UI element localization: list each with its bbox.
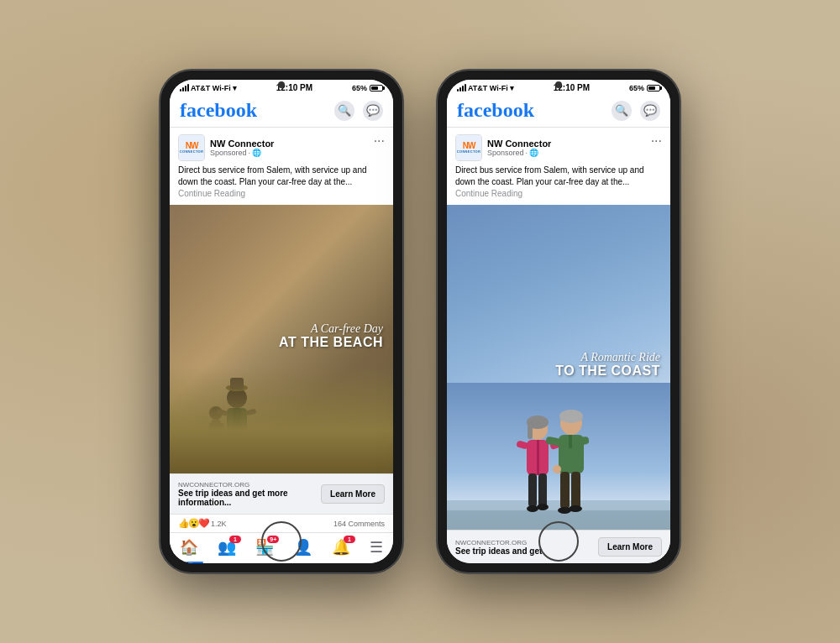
nw-connector-avatar-2: NW CONNECTOR (455, 134, 482, 161)
ad-script-title-2: A Romantic Ride (555, 351, 660, 363)
home-icon: 🏠 (180, 538, 198, 557)
learn-more-button-2[interactable]: Learn More (598, 537, 662, 557)
wifi-icon: ▾ (233, 84, 237, 92)
reactions-count: 1.2K (211, 520, 227, 528)
status-bar-1: AT&T Wi-Fi ▾ 12:10 PM 65% (170, 80, 393, 94)
reactions-left: 👍 😮 ❤️ 1.2K (178, 518, 227, 529)
svg-rect-22 (447, 510, 670, 530)
feed-2: NW CONNECTOR NW Connector Sponsored · 🌐 (447, 128, 670, 563)
active-indicator (175, 562, 203, 563)
battery-percent-2: 65% (629, 84, 644, 92)
more-options-icon[interactable]: ··· (374, 134, 385, 148)
svg-point-36 (559, 410, 583, 423)
account-name-2: NW Connector (487, 139, 551, 149)
ad-card-left: NWCONNECTOR.ORG See trip ideas and get m… (178, 481, 321, 507)
friends-badge: 1 (229, 536, 241, 543)
post-header-1: NW CONNECTOR NW Connector Sponsored · 🌐 (170, 128, 393, 165)
heart-reaction: ❤️ (198, 518, 210, 529)
ad-text-overlay-2: A Romantic Ride TO THE COAST (555, 351, 660, 379)
svg-rect-38 (569, 435, 572, 448)
battery-icon-2 (647, 85, 660, 91)
post-1: NW CONNECTOR NW Connector Sponsored · 🌐 (170, 128, 393, 532)
post-header-left: NW CONNECTOR NW Connector Sponsored · 🌐 (178, 134, 274, 161)
ad-text-overlay: A Car-free Day AT THE BEACH (279, 322, 383, 350)
post-header-2: NW CONNECTOR NW Connector Sponsored · 🌐 (447, 128, 670, 165)
globe-icon: 🌐 (252, 149, 261, 157)
clock: 12:10 PM (276, 83, 312, 92)
battery-percent: 65% (352, 84, 367, 92)
header-icons-2: 🔍 💬 (612, 101, 660, 121)
phone-2-screen: AT&T Wi-Fi ▾ 12:10 PM 65% facebook 🔍 💬 (447, 80, 670, 563)
ad-bold-title: AT THE BEACH (279, 336, 383, 351)
nav-marketplace[interactable]: 🏪 9+ (250, 538, 279, 557)
ad-image-beach: A Car-free Day AT THE BEACH (170, 205, 393, 473)
post-body-text-2: Direct bus service from Salem, with serv… (447, 165, 670, 205)
nav-menu[interactable]: ☰ (365, 538, 388, 557)
post-header-left-2: NW CONNECTOR NW Connector Sponsored · 🌐 (455, 134, 551, 161)
more-options-icon-2[interactable]: ··· (651, 134, 662, 148)
signal-icon-2 (457, 84, 466, 91)
reaction-icons: 👍 😮 ❤️ (178, 518, 208, 529)
account-name: NW Connector (210, 139, 274, 149)
svg-rect-27 (537, 440, 539, 475)
status-bar-2: AT&T Wi-Fi ▾ 12:10 PM 65% (447, 80, 670, 94)
facebook-header-1: facebook 🔍 💬 (170, 94, 393, 128)
comments-count: 164 Comments (333, 520, 385, 528)
svg-point-33 (527, 505, 538, 512)
feed-1: NW CONNECTOR NW Connector Sponsored · 🌐 (170, 128, 393, 532)
messenger-icon[interactable]: 💬 (363, 101, 383, 121)
status-right-2: 65% (629, 84, 660, 92)
signal-icon (180, 84, 189, 91)
menu-icon: ☰ (370, 538, 383, 557)
ad-card-1: NWCONNECTOR.ORG See trip ideas and get m… (170, 473, 393, 514)
ad-image-romantic: A Romantic Ride TO THE COAST (447, 205, 670, 530)
carrier-text-2: AT&T Wi-Fi (468, 84, 508, 92)
continue-reading-link-2[interactable]: Continue Reading (455, 189, 522, 198)
sponsored-label-2: Sponsored · 🌐 (487, 149, 551, 157)
svg-rect-42 (560, 472, 570, 509)
ad-bold-title-2: TO THE COAST (555, 363, 660, 379)
search-icon[interactable]: 🔍 (334, 101, 354, 121)
sponsored-label: Sponsored · 🌐 (210, 149, 274, 157)
phone-1: AT&T Wi-Fi ▾ 12:10 PM 65% facebook 🔍 💬 (160, 70, 403, 573)
svg-rect-25 (528, 422, 533, 439)
phone-2: AT&T Wi-Fi ▾ 12:10 PM 65% facebook 🔍 💬 (437, 70, 680, 573)
svg-rect-31 (528, 473, 537, 507)
svg-point-45 (569, 505, 582, 512)
facebook-logo: facebook (180, 99, 257, 122)
ad-card-2: NWCONNECTOR.ORG See trip ideas and get L… (447, 530, 670, 563)
nav-notifications[interactable]: 🔔 1 (327, 538, 355, 557)
nav-friends[interactable]: 👥 1 (213, 538, 241, 557)
notifications-badge: 1 (344, 536, 355, 543)
post-meta: NW Connector Sponsored · 🌐 (210, 139, 274, 157)
ad-url-2: NWCONNECTOR.ORG (455, 539, 542, 546)
status-left-2: AT&T Wi-Fi ▾ (457, 84, 514, 92)
marketplace-icon: 🏪 (255, 538, 274, 557)
globe-icon-2: 🌐 (529, 149, 538, 157)
battery-icon (370, 85, 383, 91)
status-right-1: 65% (352, 84, 383, 92)
search-icon-2[interactable]: 🔍 (612, 101, 632, 121)
post-meta-2: NW Connector Sponsored · 🌐 (487, 139, 551, 157)
clock-2: 12:10 PM (554, 83, 590, 92)
svg-point-40 (553, 465, 561, 473)
status-left-1: AT&T Wi-Fi ▾ (180, 84, 237, 92)
beach-grass-bg (170, 366, 393, 473)
reactions-row: 👍 😮 ❤️ 1.2K 164 Comments (170, 514, 393, 532)
ad-description: See trip ideas and get more information.… (178, 489, 321, 507)
ad-script-title: A Car-free Day (279, 322, 383, 335)
learn-more-button[interactable]: Learn More (321, 484, 385, 504)
nw-connector-avatar: NW CONNECTOR (178, 134, 205, 161)
svg-rect-32 (538, 473, 547, 507)
facebook-logo-2: facebook (457, 99, 534, 122)
ad-card-left-2: NWCONNECTOR.ORG See trip ideas and get (455, 539, 542, 556)
header-icons: 🔍 💬 (334, 101, 383, 121)
nav-home[interactable]: 🏠 (175, 538, 203, 557)
nav-profile[interactable]: 👤 (289, 538, 318, 557)
post-body-text: Direct bus service from Salem, with serv… (170, 165, 393, 205)
messenger-icon-2[interactable]: 💬 (640, 101, 660, 121)
ad-url: NWCONNECTOR.ORG (178, 481, 321, 489)
carrier-text: AT&T Wi-Fi (191, 84, 231, 92)
profile-icon: 👤 (294, 538, 312, 557)
continue-reading-link[interactable]: Continue Reading (178, 189, 245, 198)
